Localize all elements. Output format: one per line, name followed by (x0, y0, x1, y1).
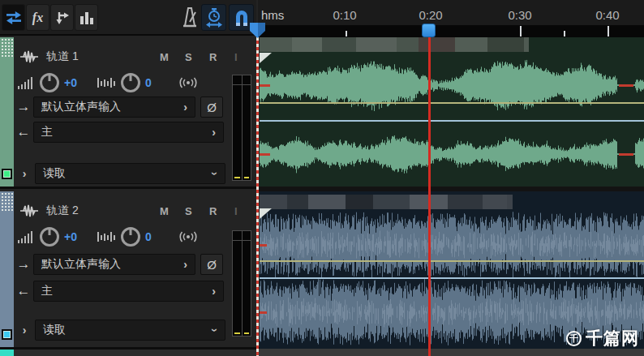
output-arrow-icon: ← (14, 283, 33, 299)
chevron-down-icon: › (209, 328, 222, 332)
track1-pan-envelope-line[interactable] (260, 120, 644, 122)
track1-color-strip[interactable] (0, 37, 14, 187)
time-label: 0:10 (333, 8, 356, 22)
track1-pan-knob[interactable] (121, 73, 140, 92)
track2-header: 轨道 2 M S R I +0 0 (0, 191, 256, 347)
time-label: 0:30 (508, 8, 531, 22)
ruler-tick (346, 31, 347, 36)
track2-solo-button[interactable]: S (185, 205, 192, 217)
drag-handle-dots-icon (1, 38, 13, 57)
track2-output-select[interactable]: 主 › (33, 281, 224, 302)
stopwatch-arrows-icon (205, 7, 223, 28)
track2-pan-value[interactable]: 0 (145, 230, 152, 243)
timeline-ruler[interactable]: hms 0:100:200:300:40 (258, 0, 644, 37)
show-effects-button[interactable]: fx (26, 4, 49, 31)
drag-handle-dots-icon (1, 192, 13, 211)
track1-input-monitor-button[interactable]: I (234, 51, 238, 63)
pan-icon (97, 76, 116, 89)
chevron-right-icon: › (183, 258, 187, 271)
track1-phase-button[interactable]: Ø (200, 97, 223, 118)
magnet-icon (233, 8, 251, 28)
show-eq-button[interactable] (75, 4, 98, 31)
input-arrow-icon: → (14, 256, 33, 272)
fx-icon: fx (32, 11, 43, 25)
session-start-line (256, 37, 259, 356)
pan-icon (97, 230, 116, 243)
track1-input-value: 默认立体声输入 (41, 100, 121, 114)
track2-volume-envelope-line[interactable] (260, 260, 644, 262)
track2-input-select[interactable]: 默认立体声输入 › (33, 254, 195, 275)
time-label: 0:20 (419, 8, 442, 22)
track1-header: 轨道 1 M S R I +0 0 (0, 37, 256, 187)
watermark: 千 千篇网 (566, 327, 639, 350)
metronome-icon (180, 6, 200, 28)
watermark-text: 千篇网 (586, 327, 639, 350)
stretch-toggle-button[interactable] (201, 4, 226, 31)
track2-input-monitor-button[interactable]: I (234, 205, 238, 217)
track2-volume-knob[interactable] (40, 227, 59, 247)
metronome-button[interactable] (180, 6, 200, 28)
toolbar: fx (0, 0, 256, 36)
move-tool-button[interactable] (2, 4, 25, 31)
track1-color-chip[interactable] (2, 169, 12, 179)
track2-color-strip[interactable] (0, 191, 14, 347)
track1-output-select[interactable]: 主 › (33, 122, 224, 143)
track1-output-value: 主 (41, 125, 53, 139)
track1-automation-select[interactable]: 读取 › (35, 163, 225, 184)
track1-volume-value[interactable]: +0 (64, 76, 77, 89)
track2-name[interactable]: 轨道 2 (46, 204, 79, 218)
track1-name[interactable]: 轨道 1 (46, 49, 79, 64)
track2-output-value: 主 (41, 284, 53, 298)
track2-color-chip[interactable] (2, 329, 12, 340)
track2-input-value: 默认立体声输入 (41, 257, 121, 272)
phase-icon: Ø (207, 101, 217, 114)
bars-icon (79, 11, 94, 24)
volume-icon (17, 230, 35, 243)
track2-pan-knob[interactable] (121, 227, 140, 247)
track2-volume-value[interactable]: +0 (64, 230, 77, 243)
show-sends-button[interactable] (50, 4, 74, 31)
track1-mute-button[interactable]: M (160, 51, 169, 63)
expand-chevron-icon[interactable]: › (14, 167, 35, 180)
track2-record-button[interactable]: R (209, 205, 217, 217)
track2-pan-envelope-line[interactable] (260, 277, 644, 279)
sends-arrow-icon (54, 10, 70, 26)
phase-icon: Ø (207, 258, 217, 272)
multitrack-editor: fx (0, 0, 644, 356)
watermark-coin-icon: 千 (566, 331, 582, 346)
volume-icon (17, 76, 35, 89)
track1-clip-waveform[interactable] (260, 37, 644, 187)
track1-automation-value: 读取 (43, 166, 66, 181)
chevron-right-icon: › (183, 101, 187, 114)
track2-mute-button[interactable]: M (160, 205, 169, 217)
ruler-tick (564, 31, 565, 36)
chevron-right-icon: › (212, 285, 216, 298)
track1-record-button[interactable]: R (209, 51, 217, 63)
track2-automation-value: 读取 (43, 323, 66, 337)
swap-arrows-icon (5, 11, 23, 25)
chevron-down-icon: › (209, 171, 222, 175)
track1-volume-knob[interactable] (40, 73, 59, 92)
ruler-tick (608, 26, 609, 36)
input-arrow-icon: → (14, 99, 33, 115)
output-arrow-icon: ← (14, 124, 33, 140)
track3-timeline-partial (256, 349, 644, 356)
monitor-icon[interactable] (178, 229, 199, 244)
monitor-icon[interactable] (178, 75, 199, 90)
ruler-unit-label: hms (261, 8, 284, 22)
playhead-line[interactable] (428, 37, 431, 356)
ruler-tick (520, 26, 522, 36)
ruler-tick-band (258, 25, 644, 37)
chevron-right-icon: › (212, 126, 216, 139)
track2-automation-select[interactable]: 读取 › (35, 320, 225, 341)
track2-clip-waveform[interactable] (260, 191, 644, 349)
track1-pan-value[interactable]: 0 (145, 76, 152, 89)
track2-phase-button[interactable]: Ø (200, 254, 223, 275)
track3-color-strip[interactable] (0, 350, 14, 356)
track1-volume-envelope-line[interactable] (260, 102, 644, 104)
playhead-handle[interactable] (422, 24, 436, 37)
track1-solo-button[interactable]: S (185, 51, 192, 63)
track3-header-partial (14, 350, 256, 356)
expand-chevron-icon[interactable]: › (14, 324, 35, 337)
track1-input-select[interactable]: 默认立体声输入 › (33, 97, 195, 118)
